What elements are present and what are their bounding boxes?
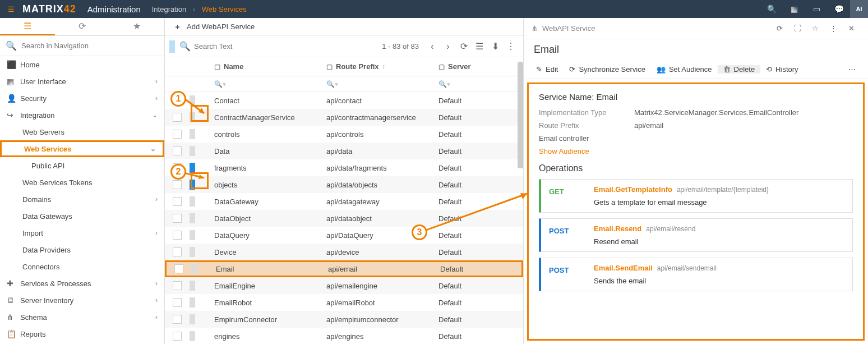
sidebar: ☰ ⟳ ★ 🔍 ⬛Home ▦User Interface› 👤Security… — [0, 18, 165, 344]
row-checkbox[interactable] — [173, 298, 182, 307]
row-checkbox[interactable] — [173, 180, 182, 189]
nav-search-input[interactable] — [21, 42, 159, 50]
nav-import[interactable]: Import› — [0, 224, 164, 241]
row-checkbox[interactable] — [173, 146, 182, 155]
nav-schema[interactable]: ⋔Schema› — [0, 309, 164, 325]
nav-reports[interactable]: 📋Reports — [0, 325, 164, 342]
add-webapi-button[interactable]: ＋Add WebAPI Service — [165, 18, 523, 36]
sync-icon: ⟳ — [569, 65, 575, 74]
table-row[interactable]: fragments api/data/fragments Default — [165, 159, 523, 176]
cell-name: DataObject — [214, 214, 326, 223]
row-checkbox[interactable] — [173, 281, 182, 290]
refresh-icon[interactable]: ⟳ — [456, 41, 472, 52]
nav-ws-tokens[interactable]: Web Services Tokens — [0, 174, 164, 191]
tab-star-icon[interactable]: ★ — [109, 18, 164, 35]
operation-card[interactable]: GET Email.GetTemplateInfoapi/email/templ… — [539, 179, 853, 213]
nav-security[interactable]: 👤Security› — [0, 90, 164, 107]
table-row[interactable]: Contact api/contact Default — [165, 92, 523, 109]
row-checkbox[interactable] — [173, 197, 182, 206]
operation-card[interactable]: POST Email.SendEmailapi/email/sendemail … — [539, 258, 853, 291]
nav-public-api[interactable]: Public API — [0, 157, 164, 174]
expand-icon[interactable]: ⛶ — [788, 24, 806, 33]
sync-button[interactable]: ⟳Synchronize Service — [564, 65, 651, 74]
tab-list-icon[interactable]: ☰ — [0, 18, 55, 35]
present-icon[interactable]: ▭ — [805, 4, 828, 13]
table-row[interactable]: Data api/data Default — [165, 143, 523, 159]
row-checkbox[interactable] — [173, 214, 182, 223]
show-audience-link[interactable]: Show Audience — [539, 147, 853, 155]
cell-name: Contact — [214, 97, 326, 105]
row-checkbox[interactable] — [173, 130, 182, 139]
prev-page-icon[interactable]: ‹ — [424, 42, 440, 52]
table-row[interactable]: DataGateway api/datagateway Default — [165, 193, 523, 210]
nav-web-services[interactable]: Web Services⌄ — [0, 140, 164, 157]
col-name[interactable]: ▢Name — [214, 62, 326, 71]
filter-icon[interactable]: ☰ — [472, 41, 487, 52]
crumb-integration[interactable]: Integration — [152, 5, 186, 13]
history-button[interactable]: ⟲History — [760, 65, 804, 74]
audience-button[interactable]: 👥Set Audience — [651, 65, 718, 74]
nav-search[interactable]: 🔍 — [0, 36, 164, 56]
row-checkbox[interactable] — [173, 113, 182, 122]
more-icon[interactable]: ⋮ — [503, 41, 519, 52]
chat-icon[interactable]: 💬 — [828, 4, 850, 13]
nav-domains[interactable]: Domains› — [0, 191, 164, 208]
cell-name: engines — [214, 332, 326, 341]
nav-services[interactable]: ✚Services & Processes› — [0, 275, 164, 292]
table-row[interactable]: engines api/engines Default — [165, 328, 523, 344]
table-row[interactable]: Device api/device Default — [165, 244, 523, 260]
tab-history-icon[interactable]: ⟳ — [55, 18, 110, 35]
more-actions-icon[interactable]: ⋯ — [843, 65, 861, 74]
nav-ui[interactable]: ▦User Interface› — [0, 73, 164, 90]
op-description: Resend email — [594, 237, 844, 246]
search-icon[interactable]: 🔍 — [760, 4, 783, 13]
row-checkbox[interactable] — [173, 231, 182, 240]
table-row[interactable]: ContractManagerService api/contractmanag… — [165, 109, 523, 126]
grid-search-input[interactable] — [194, 42, 288, 51]
col-server[interactable]: ▢Server — [438, 62, 506, 71]
table-row[interactable]: EmpirumConnector api/empirumconnector De… — [165, 311, 523, 328]
cell-prefix: api/engines — [326, 332, 438, 341]
next-page-icon[interactable]: › — [440, 42, 456, 52]
operation-card[interactable]: POST Email.Resendapi/email/resend Resend… — [539, 218, 853, 252]
row-checkbox[interactable] — [173, 247, 182, 256]
nav-home[interactable]: ⬛Home — [0, 56, 164, 73]
nav-integration[interactable]: ↪Integration⌄ — [0, 107, 164, 123]
table-row[interactable]: objects api/data/objects Default — [165, 176, 523, 193]
nav-web-servers[interactable]: Web Servers — [0, 123, 164, 140]
close-icon[interactable]: ✕ — [842, 24, 860, 33]
table-row[interactable]: DataQuery api/DataQuery Default — [165, 227, 523, 244]
row-marker — [190, 196, 195, 207]
cell-name: EmailRobot — [214, 299, 326, 307]
table-row[interactable]: EmailRobot api/emailRobot Default — [165, 294, 523, 311]
table-row[interactable]: DataObject api/dataobject Default — [165, 210, 523, 227]
cell-server: Default — [438, 130, 506, 139]
row-checkbox[interactable] — [173, 332, 182, 341]
ai-badge[interactable]: AI — [850, 0, 868, 18]
nav-data-providers[interactable]: Data Providers — [0, 241, 164, 258]
hamburger-icon[interactable]: ☰ — [0, 5, 22, 13]
more-icon[interactable]: ⋮ — [824, 24, 842, 33]
download-icon[interactable]: ⬇ — [487, 41, 503, 52]
delete-button[interactable]: 🗑Delete — [718, 65, 761, 74]
table-row[interactable]: EmailEngine api/emailengine Default — [165, 277, 523, 294]
refresh-icon[interactable]: ⟳ — [770, 24, 788, 33]
row-checkbox[interactable] — [174, 264, 183, 273]
detail-title: Email — [524, 39, 868, 60]
crumb-webservices[interactable]: Web Services — [202, 5, 247, 13]
nav-data-gateways[interactable]: Data Gateways — [0, 208, 164, 224]
op-method: POST — [549, 224, 594, 246]
drag-handle[interactable] — [169, 40, 175, 53]
table-row[interactable]: Email api/email Default — [165, 260, 523, 277]
row-marker — [190, 247, 195, 257]
nav-connectors[interactable]: Connectors — [0, 258, 164, 275]
op-description: Sends the email — [594, 277, 844, 285]
edit-button[interactable]: ✎Edit — [530, 65, 564, 74]
star-icon[interactable]: ☆ — [806, 24, 824, 33]
col-prefix[interactable]: ▢Route Prefix↑ — [326, 62, 438, 71]
apps-icon[interactable]: ▦ — [783, 4, 805, 13]
table-row[interactable]: controls api/controls Default — [165, 126, 523, 143]
scrollbar-thumb[interactable] — [518, 62, 523, 168]
nav-inventory[interactable]: 🖥Server Inventory› — [0, 292, 164, 309]
row-checkbox[interactable] — [173, 315, 182, 324]
